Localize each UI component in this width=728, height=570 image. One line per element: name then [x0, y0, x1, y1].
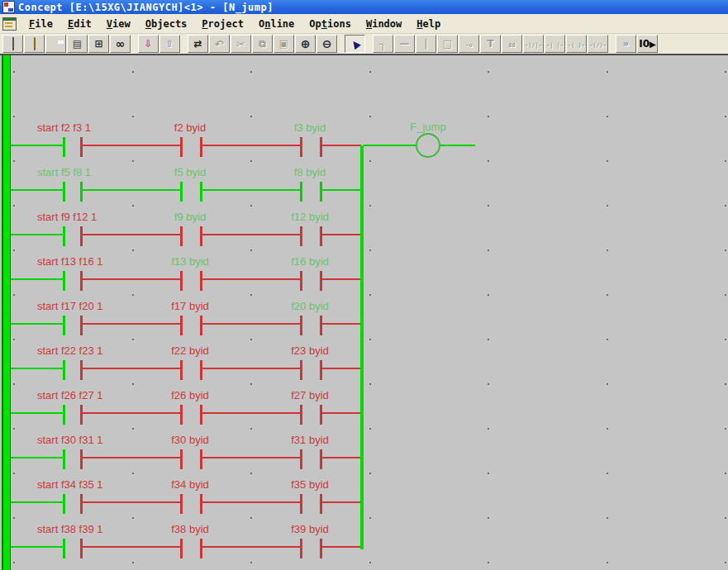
contact-label: start f22 f23 1 [37, 344, 103, 357]
contact-bar [200, 182, 202, 202]
contact[interactable] [300, 404, 322, 425]
contact-bar [200, 539, 202, 558]
contact-bar [180, 539, 183, 558]
menu-project[interactable]: Project [194, 16, 251, 32]
wire-segment [322, 323, 361, 325]
contact-bar [200, 494, 202, 514]
contact[interactable] [180, 404, 202, 425]
animation-button[interactable]: I0▶ [637, 35, 658, 53]
link-tool-icon: ┐ [380, 38, 387, 50]
grid-objects-button: 88 [502, 35, 522, 53]
properties-button[interactable]: ▤ [67, 35, 88, 53]
menu-help[interactable]: Help [409, 16, 448, 32]
grid-dot [132, 116, 134, 117]
contact-bar [180, 316, 183, 335]
toolbar-group: »I0▶ [616, 35, 659, 53]
contact-bar [300, 360, 302, 380]
grid-dot [13, 294, 15, 296]
menu-view[interactable]: View [99, 16, 138, 32]
zoom-in-icon: ⊕ [301, 37, 311, 50]
node-tool-icon: -o [465, 38, 472, 50]
contact-bar [320, 449, 322, 469]
grid-dot [13, 71, 15, 73]
hline-tool-button: — [394, 35, 415, 53]
contact-bar [300, 271, 302, 291]
text-tool-icon: T [487, 38, 493, 50]
grid-dot [13, 517, 15, 519]
contact[interactable] [180, 181, 202, 202]
menu-edit[interactable]: Edit [60, 16, 99, 32]
contact[interactable] [300, 181, 322, 202]
project-browser-button[interactable]: ⊞ [88, 35, 109, 53]
contact-bar [180, 405, 183, 425]
contact-label: f8 byid [260, 166, 359, 178]
save-button[interactable] [45, 35, 66, 53]
grid-dot [13, 383, 15, 385]
contact[interactable] [300, 538, 322, 559]
contact-bar [63, 360, 65, 380]
contact-label: f30 byid [140, 434, 240, 446]
grid-dot [369, 294, 371, 296]
child-window-icon[interactable] [2, 17, 17, 31]
contact-bar [320, 226, 322, 246]
contact[interactable] [300, 493, 322, 515]
coil[interactable] [416, 133, 440, 158]
menu-file[interactable]: File [21, 16, 60, 32]
contact-bar [320, 494, 322, 514]
grid-dot [488, 562, 489, 563]
grid-dot [488, 383, 489, 385]
contact[interactable] [300, 270, 322, 292]
wire-segment [322, 501, 361, 503]
contact[interactable] [180, 136, 202, 158]
contact-bar [80, 137, 83, 157]
grid-dot [725, 249, 726, 251]
grid-dot [369, 473, 371, 474]
wire-segment [322, 145, 361, 146]
contact[interactable] [180, 270, 202, 292]
grid-dot [250, 160, 252, 162]
new-document-button[interactable] [2, 35, 23, 53]
delete-trash-button[interactable]: ⇩ [138, 35, 159, 53]
contact[interactable] [300, 449, 322, 470]
zoom-out-button[interactable]: ⊖ [316, 35, 337, 53]
wire-segment [83, 323, 180, 325]
contact[interactable] [300, 359, 322, 381]
contact[interactable] [300, 136, 322, 158]
contact-bar [300, 137, 302, 157]
grid-dot [488, 339, 489, 340]
copy-icon: ⧉ [259, 38, 266, 50]
contact-bar [80, 494, 83, 514]
menu-online[interactable]: Online [251, 16, 302, 32]
contact-bar [63, 137, 65, 157]
contact-label: f5 byid [140, 166, 240, 178]
contact[interactable] [180, 538, 202, 559]
contact[interactable] [180, 493, 202, 515]
contact[interactable] [300, 226, 322, 247]
grid-dot [488, 249, 489, 251]
grid-dot [132, 339, 134, 340]
contact[interactable] [180, 226, 202, 247]
contact[interactable] [180, 359, 202, 381]
contact[interactable] [180, 449, 202, 470]
contact[interactable] [300, 315, 322, 336]
grid-dot [725, 339, 726, 340]
contact-bar [320, 405, 322, 425]
contact[interactable] [180, 315, 202, 336]
search-button[interactable]: ∞ [110, 35, 131, 53]
zoom-in-button[interactable]: ⊕ [295, 35, 316, 53]
select-tool-button[interactable]: ▲ [345, 35, 365, 53]
vline-tool-icon: | [424, 38, 427, 50]
menu-objects[interactable]: Objects [138, 16, 195, 32]
grid-dot [369, 205, 371, 207]
ladder-editor-canvas[interactable]: start f2 f3 1f2 byidf3 byidstart f5 f8 1… [0, 55, 728, 570]
cut-icon: ✂ [236, 38, 245, 50]
menu-options[interactable]: Options [302, 16, 359, 32]
menu-window[interactable]: Window [359, 16, 409, 32]
grid-dot [725, 205, 726, 207]
transfer-button[interactable]: ⇄ [188, 35, 208, 53]
contact-bar [320, 182, 322, 202]
function-block-button: □ [437, 35, 458, 53]
open-folder-button[interactable] [24, 35, 45, 53]
contact-bar [63, 405, 65, 425]
contact-bar [63, 271, 65, 291]
